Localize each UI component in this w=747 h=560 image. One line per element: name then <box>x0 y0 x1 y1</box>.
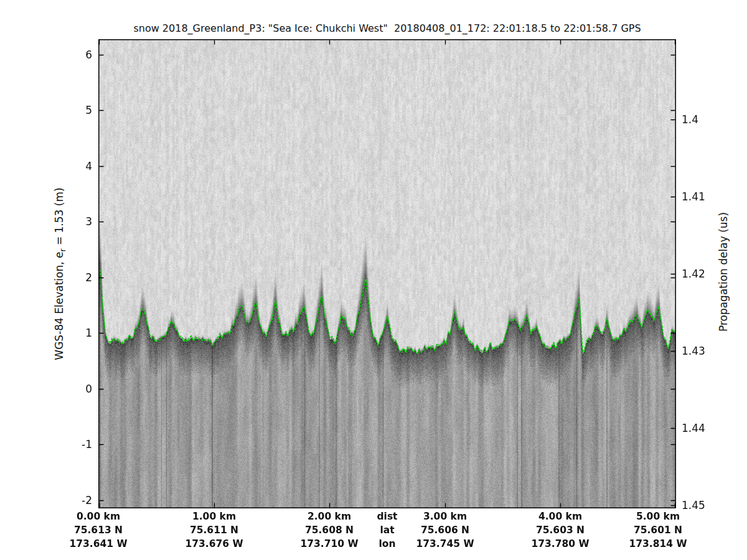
x-axis-longitude-label: 173.780 W <box>519 537 601 551</box>
elevation-tick-label: -1 <box>59 437 92 451</box>
elevation-tick-label: 6 <box>59 48 92 62</box>
x-axis-latitude-label: 75.611 N <box>173 523 255 537</box>
figure-title: snow 2018_Greenland_P3: "Sea Ice: Chukch… <box>86 22 688 34</box>
delay-tick-label: 1.43 <box>682 344 721 358</box>
x-axis-latitude-label: 75.613 N <box>57 523 139 537</box>
delay-tick-label: 1.41 <box>682 190 721 203</box>
x-axis-distance-label: 0.00 km <box>57 510 139 523</box>
echogram-canvas <box>98 39 676 508</box>
x-axis-longitude-label: 173.710 W <box>288 537 370 551</box>
y-axis-label-left-subscript: r <box>59 249 67 252</box>
echogram-figure: snow 2018_Greenland_P3: "Sea Ice: Chukch… <box>0 0 747 560</box>
y-axis-label-left-units: = 1.53 (m) <box>53 187 65 248</box>
x-axis-longitude-label: 173.745 W <box>404 537 486 551</box>
x-axis-latitude-label: 75.603 N <box>519 523 601 537</box>
y-axis-label-left-text: WGS-84 Elevation, e <box>53 251 65 360</box>
delay-tick-label: 1.4 <box>682 113 721 126</box>
y-axis-label-right: Propagation delay (us) <box>717 135 732 409</box>
x-axis-latitude-label: 75.601 N <box>617 523 699 537</box>
x-axis-longitude-label: 173.676 W <box>173 537 255 551</box>
x-axis-distance-label: 5.00 km <box>617 510 699 523</box>
x-axis-distance-label: 3.00 km <box>404 510 486 523</box>
x-axis-longitude-label: lon <box>346 537 428 551</box>
y-axis-label-left: WGS-84 Elevation, er = 1.53 (m) <box>53 137 68 411</box>
x-axis-distance-label: dist <box>346 510 428 523</box>
x-axis-distance-label: 1.00 km <box>173 510 255 523</box>
x-axis-latitude-label: 75.608 N <box>288 523 370 537</box>
elevation-tick-label: 5 <box>59 103 92 117</box>
x-axis-latitude-label: lat <box>346 523 428 537</box>
x-axis-distance-label: 2.00 km <box>288 510 370 523</box>
delay-tick-label: 1.44 <box>682 421 721 435</box>
elevation-tick-label: -2 <box>59 493 92 507</box>
x-axis-distance-label: 4.00 km <box>519 510 601 523</box>
delay-tick-label: 1.45 <box>682 498 721 512</box>
x-axis-longitude-label: 173.814 W <box>617 537 699 551</box>
x-axis-latitude-label: 75.606 N <box>404 523 486 537</box>
x-axis-longitude-label: 173.641 W <box>57 537 139 551</box>
delay-tick-label: 1.42 <box>682 267 721 281</box>
